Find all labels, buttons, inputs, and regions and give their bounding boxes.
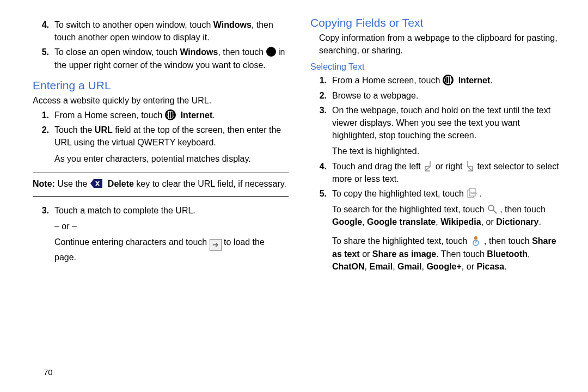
text: Continue entering characters and touch <box>54 237 210 247</box>
text: To copy the highlighted text, touch <box>332 189 466 198</box>
list-item: 4. To switch to another open window, tou… <box>33 19 289 44</box>
text-selector-left-icon <box>423 160 433 172</box>
text: . <box>212 111 215 120</box>
step-subtext: To search for the highlighted text, touc… <box>332 203 566 228</box>
list-item: 1. From a Home screen, touch Internet. <box>310 74 566 87</box>
text: , then touch <box>500 205 546 214</box>
step-subtext: Continue entering characters and touch ➔… <box>54 236 289 264</box>
bold-text: Windows <box>180 47 218 57</box>
manual-page: 4. To switch to another open window, tou… <box>0 0 588 286</box>
svg-point-3 <box>488 205 494 211</box>
text: To close an open window, touch <box>54 47 180 57</box>
step-number: 3. <box>33 204 54 264</box>
step-body: Browse to a webpage. <box>332 89 566 102</box>
list-item: 2. Touch the URL field at the top of the… <box>33 124 289 165</box>
sub-heading-selecting-text: Selecting Text <box>310 62 566 72</box>
globe-icon <box>443 75 454 85</box>
step-body: Touch and drag the left or right text se… <box>332 160 566 185</box>
bold-text: Email <box>369 262 393 271</box>
text: or right <box>436 162 465 171</box>
text: From a Home screen, touch <box>332 76 443 85</box>
bold-text: Google+ <box>426 262 461 271</box>
text: Touch a match to complete the URL. <box>54 206 195 215</box>
copy-icon: copy <box>466 187 477 199</box>
step-number: 5. <box>33 46 54 71</box>
intro-text: Copy information from a webpage to the c… <box>310 32 566 57</box>
text: , or <box>462 262 477 271</box>
step-subtext: To share the highlighted text, touch , t… <box>332 235 566 273</box>
step-body: Touch a match to complete the URL. – or … <box>54 204 289 264</box>
share-icon <box>470 235 482 247</box>
list-item: 1. From a Home screen, touch Internet. <box>33 109 289 121</box>
step-body: To switch to another open window, touch … <box>54 19 289 44</box>
text: , <box>393 262 397 271</box>
text: . <box>480 189 482 198</box>
bold-text: Share as image <box>372 249 436 259</box>
list-item: 2. Browse to a webpage. <box>310 89 566 102</box>
bold-text: Gmail <box>397 262 421 271</box>
text: . <box>504 262 506 271</box>
url-steps-list-cont: 3. Touch a match to complete the URL. – … <box>33 204 289 264</box>
list-item: 5. To copy the highlighted text, touch c… <box>310 187 566 273</box>
list-item: 3. Touch a match to complete the URL. – … <box>33 204 289 264</box>
go-arrow-icon: ➔ <box>210 239 222 251</box>
intro-text: Access a website quickly by entering the… <box>33 94 289 107</box>
text: . <box>539 217 541 226</box>
globe-icon <box>165 109 176 120</box>
bold-text: Bluetooth <box>487 249 528 259</box>
bold-text: Google translate <box>367 217 436 226</box>
bold-text: Picasa <box>476 262 504 271</box>
text: key to clear the URL field, if necessary… <box>134 179 286 188</box>
close-circle-icon <box>266 47 276 57</box>
text: , or <box>481 217 497 226</box>
text: Touch and drag the left <box>332 162 423 171</box>
step-body: Touch the URL field at the top of the sc… <box>54 124 289 165</box>
text: , <box>436 217 440 226</box>
bold-text: Delete <box>108 179 134 188</box>
continued-steps-list: 4. To switch to another open window, tou… <box>33 19 289 71</box>
step-number: 3. <box>310 104 332 158</box>
step-number: 1. <box>33 109 54 121</box>
list-item: 4. Touch and drag the left or right text… <box>310 160 566 185</box>
text: To share the highlighted text, touch <box>332 236 470 246</box>
step-body: On the webpage, touch and hold on the te… <box>332 104 566 158</box>
svg-line-4 <box>493 210 497 213</box>
svg-point-6 <box>474 236 477 240</box>
step-body: From a Home screen, touch Internet. <box>332 74 566 87</box>
text: or <box>360 249 372 259</box>
step-body: To copy the highlighted text, touch copy… <box>332 187 566 273</box>
step-subtext: The text is highlighted. <box>332 145 566 157</box>
text: Touch the <box>54 125 95 134</box>
right-column: Copying Fields or Text Copy information … <box>310 16 566 275</box>
step-number: 4. <box>33 19 54 44</box>
text: , then touch <box>484 236 532 246</box>
step-number: 2. <box>33 124 54 165</box>
step-body: From a Home screen, touch Internet. <box>54 109 289 121</box>
selecting-steps-list: 1. From a Home screen, touch Internet. 2… <box>310 74 566 273</box>
text: To search for the highlighted text, touc… <box>332 205 487 214</box>
step-number: 4. <box>310 160 332 185</box>
list-item: 5. To close an open window, touch Window… <box>33 46 289 71</box>
text: . Then touch <box>436 249 487 259</box>
bold-text: Wikipedia <box>440 217 481 226</box>
step-number: 5. <box>310 187 332 273</box>
or-text: – or – <box>54 220 289 232</box>
text: , <box>362 217 367 226</box>
step-subtext: As you enter characters, potential match… <box>54 152 289 165</box>
text: , then touch <box>218 47 266 57</box>
left-column: 4. To switch to another open window, tou… <box>33 16 289 275</box>
bold-text: URL <box>95 125 113 134</box>
note-box: Note: Use the Delete key to clear the UR… <box>33 173 289 197</box>
bold-text: ChatON <box>332 262 365 271</box>
page-number: 70 <box>44 367 53 377</box>
text: On the webpage, touch and hold on the te… <box>332 106 550 140</box>
bold-text: Google <box>332 217 362 226</box>
text: , <box>528 249 530 259</box>
step-number: 1. <box>310 74 332 87</box>
text: From a Home screen, touch <box>54 111 165 120</box>
text: Use the <box>55 179 90 188</box>
bold-text: Windows <box>213 20 252 29</box>
bold-text: Internet <box>181 111 213 120</box>
step-body: To close an open window, touch Windows, … <box>54 46 289 71</box>
section-heading-entering-url: Entering a URL <box>33 79 289 92</box>
